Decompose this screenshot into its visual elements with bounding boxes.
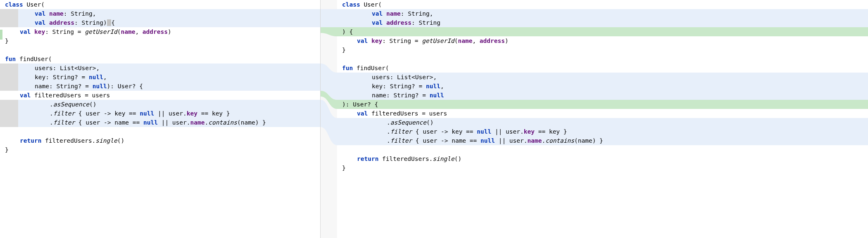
kw-token: null bbox=[143, 119, 158, 126]
punc-token: { bbox=[75, 119, 86, 126]
kw-token: return bbox=[20, 137, 41, 144]
punc-token: : String, bbox=[64, 10, 96, 17]
kw-token: class bbox=[5, 1, 23, 8]
line-content bbox=[3, 47, 5, 53]
ident-token: name: String? = bbox=[35, 83, 93, 90]
punc-token: } bbox=[342, 47, 346, 53]
code-line[interactable]: val filteredUsers = users bbox=[0, 91, 320, 100]
code-line[interactable]: val name: String, bbox=[0, 9, 320, 18]
line-content: val key: String = getUserId(name, addres… bbox=[340, 38, 509, 44]
punc-token: ) bbox=[505, 38, 509, 44]
code-line[interactable]: name: String? = null): User? { bbox=[0, 82, 320, 91]
code-area-right[interactable]: class User(val name: String,val address:… bbox=[337, 0, 868, 172]
kw-token: val bbox=[20, 92, 31, 99]
decl-token: key bbox=[187, 110, 197, 117]
ident-token: findUser( bbox=[16, 56, 52, 62]
fname-token: contains bbox=[545, 137, 574, 144]
kw-token: val bbox=[372, 19, 383, 26]
code-area-left[interactable]: class User(val name: String,val address:… bbox=[0, 0, 320, 154]
code-line[interactable]: .asSequence() bbox=[0, 100, 320, 109]
code-line[interactable]: key: String? = null, bbox=[337, 82, 868, 91]
fname-token: getUserId bbox=[85, 28, 117, 35]
code-line[interactable]: users: List<User>, bbox=[0, 64, 320, 73]
code-line[interactable] bbox=[337, 145, 868, 154]
kw-token: null bbox=[93, 83, 107, 90]
ident-token: name: String? = bbox=[372, 92, 430, 99]
line-content: } bbox=[340, 165, 346, 171]
kw-token: fun bbox=[342, 65, 353, 71]
line-content: ): User? { bbox=[340, 101, 378, 108]
code-line[interactable]: ) { bbox=[337, 27, 868, 36]
line-content: val address: String bbox=[340, 19, 440, 26]
punc-token: { bbox=[111, 19, 115, 26]
punc-token: . bbox=[50, 101, 53, 108]
ident-token: user -> key == bbox=[86, 110, 140, 117]
code-line[interactable]: class User( bbox=[337, 0, 868, 9]
line-content: users: List<User>, bbox=[340, 74, 437, 80]
punc-token: : String) bbox=[74, 19, 107, 26]
kw-token: null bbox=[140, 110, 154, 117]
punc-token: { bbox=[412, 128, 423, 135]
code-line[interactable]: val key: String = getUserId(name, addres… bbox=[337, 36, 868, 45]
line-content: val filteredUsers = users bbox=[3, 92, 110, 99]
punc-token: . bbox=[387, 128, 390, 135]
diff-right-pane[interactable]: class User(val name: String,val address:… bbox=[337, 0, 868, 238]
punc-token: : String bbox=[411, 19, 440, 26]
code-line[interactable]: .asSequence() bbox=[337, 118, 868, 127]
line-content bbox=[340, 56, 342, 62]
diff-splitter[interactable] bbox=[321, 0, 337, 238]
kw-token: val bbox=[35, 19, 45, 26]
fname-token: asSequence bbox=[53, 101, 89, 108]
line-content: fun findUser( bbox=[340, 65, 389, 71]
fname-token: single bbox=[95, 137, 117, 144]
kw-token: val bbox=[357, 38, 368, 44]
code-line[interactable]: return filteredUsers.single() bbox=[337, 154, 868, 163]
code-line[interactable]: class User( bbox=[0, 0, 320, 9]
code-line[interactable]: return filteredUsers.single() bbox=[0, 136, 320, 145]
code-line[interactable]: val filteredUsers = users bbox=[337, 109, 868, 118]
code-line[interactable]: val key: String = getUserId(name, addres… bbox=[0, 27, 320, 36]
code-line[interactable]: .filter { user -> key == null || user.ke… bbox=[337, 127, 868, 136]
code-line[interactable]: val address: String bbox=[337, 18, 868, 27]
decl-token: address bbox=[383, 19, 411, 26]
code-line[interactable]: .filter { user -> name == null || user.n… bbox=[337, 136, 868, 145]
caret-token bbox=[107, 19, 112, 26]
code-line[interactable]: users: List<User>, bbox=[337, 73, 868, 82]
code-line[interactable] bbox=[337, 54, 868, 64]
diff-connector bbox=[321, 0, 337, 238]
code-line[interactable]: .filter { user -> key == null || user.ke… bbox=[0, 109, 320, 118]
code-line[interactable]: ): User? { bbox=[337, 100, 868, 109]
ident-token: == key } bbox=[197, 110, 230, 117]
insertion-marker-icon bbox=[0, 30, 2, 40]
code-line[interactable]: val name: String, bbox=[337, 9, 868, 18]
kw-token: return bbox=[357, 156, 378, 162]
decl-token: key bbox=[368, 38, 382, 44]
code-line[interactable]: fun findUser( bbox=[0, 54, 320, 64]
code-line[interactable]: } bbox=[0, 36, 320, 45]
kw-token: val bbox=[357, 110, 368, 117]
code-line[interactable]: } bbox=[337, 45, 868, 54]
code-line[interactable]: } bbox=[337, 163, 868, 172]
decl-token: address bbox=[480, 38, 505, 44]
punc-token: . bbox=[50, 119, 53, 126]
decl-token: address bbox=[45, 19, 74, 26]
code-line[interactable] bbox=[0, 45, 320, 54]
decl-token: name bbox=[190, 119, 205, 126]
punc-token: { bbox=[75, 110, 86, 117]
diff-left-pane[interactable]: class User(val name: String,val address:… bbox=[0, 0, 321, 238]
ident-token: findUser( bbox=[353, 65, 389, 71]
line-content: .asSequence() bbox=[340, 119, 434, 126]
code-line[interactable]: fun findUser( bbox=[337, 64, 868, 73]
punc-token: , bbox=[472, 38, 479, 44]
code-line[interactable]: name: String? = null bbox=[337, 91, 868, 100]
ident-token: user -> name == bbox=[86, 119, 143, 126]
code-line[interactable]: val address: String) { bbox=[0, 18, 320, 27]
code-line[interactable]: key: String? = null, bbox=[0, 73, 320, 82]
line-content: ) { bbox=[340, 28, 353, 35]
code-line[interactable]: .filter { user -> name == null || user.n… bbox=[0, 118, 320, 127]
line-content: val name: String, bbox=[3, 10, 96, 17]
decl-token: name bbox=[45, 10, 64, 17]
code-line[interactable]: } bbox=[0, 145, 320, 154]
code-line[interactable] bbox=[0, 127, 320, 136]
fname-token: filter bbox=[390, 137, 412, 144]
